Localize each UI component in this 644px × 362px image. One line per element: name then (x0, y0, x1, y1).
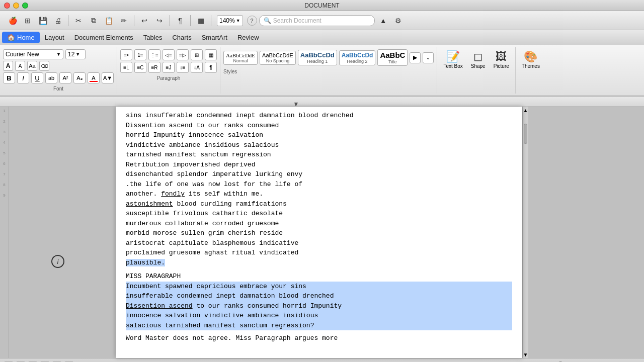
bullet-list-button[interactable]: ≡• (120, 49, 132, 60)
scroll-up-button[interactable]: ▲ (523, 107, 528, 114)
style-normal-button[interactable]: AaBbCcDdE Normal (223, 51, 258, 65)
paste-icon[interactable]: 📋 (102, 14, 115, 27)
maximize-button[interactable] (22, 3, 28, 9)
indent-increase-button[interactable]: ≡▷ (177, 49, 189, 60)
paragraph-group: ≡• 1≡ ⋮≡ ◁≡ ≡▷ ⊞ ▦ ≡L ≡C ≡R ≡J ↕≡ ↕A ¶ P… (117, 47, 220, 94)
paragraph-5: tarnished manifest sanctum regression (126, 150, 512, 160)
menu-charts[interactable]: Charts (167, 32, 196, 43)
align-left-button[interactable]: ≡L (120, 62, 132, 73)
indent-decrease-button[interactable]: ◁≡ (163, 49, 175, 60)
minimize-button[interactable] (13, 3, 19, 9)
style-no-spacing-button[interactable]: AaBbCcDdE No Spacing (260, 51, 296, 65)
styles-dialog-button[interactable]: ⌄ (423, 52, 434, 63)
search-box[interactable]: 🔍 Search Document (259, 15, 375, 26)
italic-button[interactable]: I (17, 72, 29, 83)
copy-icon[interactable]: ⧉ (87, 14, 100, 27)
menu-home-label: Home (17, 34, 35, 41)
themes-label: Themes (522, 63, 540, 69)
text-box-button[interactable]: 📝 Text Box (440, 49, 465, 70)
themes-button[interactable]: 🎨 Themes (519, 49, 543, 70)
miss-paragraph-line-5: salacious tarnished manifest sanctum reg… (126, 321, 512, 331)
line-spacing-button[interactable]: ↕≡ (177, 62, 189, 73)
help-icon[interactable]: ? (247, 16, 257, 26)
paragraph-group-label: Paragraph (120, 74, 217, 81)
strikethrough-button[interactable]: ab (45, 72, 57, 83)
settings-icon[interactable]: ⚙ (392, 14, 405, 27)
astonishment-underline: astonishment (126, 200, 173, 208)
window-controls[interactable] (4, 3, 28, 9)
last-line: Word Master does not agree. Miss Paragra… (126, 333, 512, 343)
justify-button[interactable]: ≡J (163, 62, 175, 73)
align-right-button[interactable]: ≡R (148, 62, 160, 73)
picture-button[interactable]: 🖼 Picture (491, 49, 512, 70)
apple-menu-icon[interactable]: 🍎 (6, 14, 19, 27)
menu-bar: 🏠 Home Layout Document Elements Tables C… (0, 30, 644, 45)
print-icon[interactable]: 🖨 (51, 14, 64, 27)
font-family-value: Courier New (6, 51, 39, 58)
menu-home[interactable]: 🏠 Home (2, 32, 40, 43)
right-scrollbar[interactable]: ▲ ▼ (522, 107, 528, 358)
font-shrink-button[interactable]: A (15, 61, 25, 71)
subscript-button[interactable]: A₂ (73, 72, 86, 83)
pilcrow-icon[interactable]: ¶ (174, 14, 187, 27)
menu-layout[interactable]: Layout (40, 32, 69, 43)
style-heading2-button[interactable]: AaBbCcDd Heading 2 (339, 50, 376, 65)
style-title-button[interactable]: AaBbC Title (377, 49, 408, 66)
miss-paragraph-line-2: insufferable condemned inept damnation b… (126, 291, 512, 301)
highlight-color-button[interactable]: A▼ (102, 72, 114, 83)
menu-smartart[interactable]: SmartArt (197, 32, 232, 43)
paragraph-13: morbid morose sullen grim cherish reside (126, 228, 512, 238)
styles-group-label: Styles (223, 68, 237, 74)
document-page[interactable]: sins insufferable condemned inept damnat… (116, 107, 522, 358)
multilevel-list-button[interactable]: ⋮≡ (148, 49, 160, 60)
sort-button[interactable]: ↕A (191, 62, 203, 73)
spacer (126, 267, 512, 272)
style-heading1-button[interactable]: AaBbCcDd Heading 1 (298, 50, 337, 65)
style-no-spacing-label: No Spacing (262, 58, 293, 63)
menu-tables[interactable]: Tables (138, 32, 168, 43)
zoom-box[interactable]: 140% ▼ (217, 15, 243, 26)
undo-icon[interactable]: ↩ (138, 14, 151, 27)
menu-document-elements[interactable]: Document Elements (69, 32, 138, 43)
paragraph-3: horrid Impunity innocence salvation (126, 130, 512, 140)
toolbar-separator-1 (68, 15, 68, 26)
underline-button[interactable]: U (31, 72, 43, 83)
paragraph-10: astonishment blood curdling ramification… (126, 199, 512, 209)
cut-icon[interactable]: ✂ (72, 14, 85, 27)
format-painter-icon[interactable]: ✏ (117, 14, 130, 27)
paragraph-11: susceptible frivolous cathartic desolate (126, 209, 512, 219)
fondly-underline: fondly (161, 190, 185, 198)
miss-paragraph-header: MISS PARAGRAPH (126, 272, 512, 282)
collapse-ribbon-icon[interactable]: ▲ (377, 14, 390, 27)
font-grow-button[interactable]: A (3, 61, 13, 71)
font-family-dropdown[interactable]: Courier New ▼ (3, 49, 63, 59)
right-margin (528, 107, 644, 358)
layout-view-icon[interactable]: ▦ (194, 14, 207, 27)
save-icon[interactable]: 💾 (36, 14, 49, 27)
pilcrow-toggle-button[interactable]: ¶ (205, 62, 217, 73)
styles-scroll-button[interactable]: ▶ (410, 52, 421, 63)
superscript-button[interactable]: A² (59, 72, 71, 83)
clear-format-button[interactable]: ⌫ (39, 61, 49, 71)
scrollbar-thumb[interactable] (524, 124, 527, 144)
menu-document-elements-label: Document Elements (74, 34, 133, 41)
grid-icon[interactable]: ⊞ (21, 14, 34, 27)
font-size-dropdown[interactable]: 12 ▼ (65, 49, 86, 59)
text-color-button[interactable]: A (88, 72, 100, 83)
font-case-button[interactable]: Aa (27, 61, 37, 71)
bold-button[interactable]: B (3, 72, 15, 83)
shading-button[interactable]: ▦ (205, 49, 217, 60)
shape-button[interactable]: ◻ Shape (468, 49, 489, 70)
paragraph-14: aristocrat capitulate blasphemous indica… (126, 238, 512, 248)
left-margin: 123 45 67 89 (0, 107, 116, 358)
cursor-indicator (51, 255, 64, 268)
redo-icon[interactable]: ↪ (153, 14, 166, 27)
menu-review[interactable]: Review (232, 32, 264, 43)
paragraph-4: vindictive ambiance insidious salacious (126, 140, 512, 150)
align-center-button[interactable]: ≡C (134, 62, 146, 73)
themes-group: 🎨 Themes (516, 47, 546, 94)
borders-button[interactable]: ⊞ (191, 49, 203, 60)
scroll-down-button[interactable]: ▼ (523, 351, 528, 358)
close-button[interactable] (4, 3, 10, 9)
numbered-list-button[interactable]: 1≡ (134, 49, 146, 60)
